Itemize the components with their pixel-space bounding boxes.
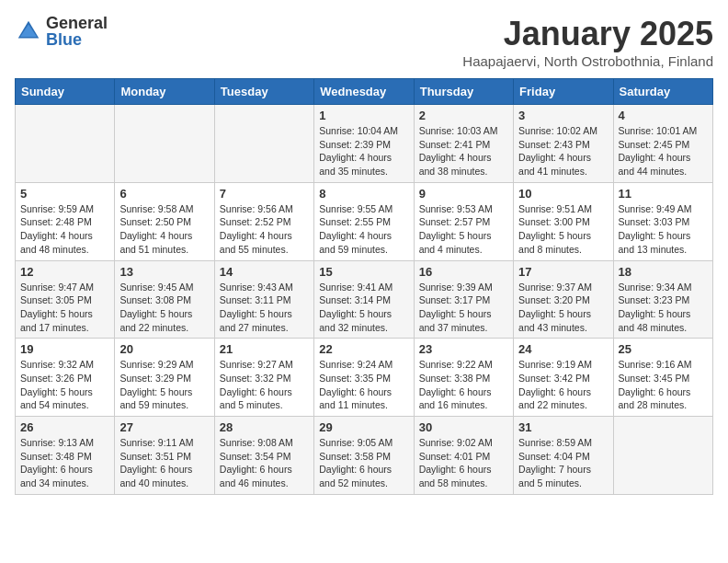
calendar-cell: 24Sunrise: 9:19 AM Sunset: 3:42 PM Dayli… (514, 339, 613, 417)
calendar-cell: 10Sunrise: 9:51 AM Sunset: 3:00 PM Dayli… (514, 182, 613, 260)
calendar-cell: 25Sunrise: 9:16 AM Sunset: 3:45 PM Dayli… (613, 339, 712, 417)
day-info: Sunrise: 10:01 AM Sunset: 2:45 PM Daylig… (619, 124, 708, 178)
day-number: 2 (419, 109, 508, 122)
day-number: 18 (619, 265, 708, 279)
calendar-cell: 21Sunrise: 9:27 AM Sunset: 3:32 PM Dayli… (214, 339, 313, 417)
calendar-cell: 22Sunrise: 9:24 AM Sunset: 3:35 PM Dayli… (314, 339, 414, 417)
calendar-table: SundayMondayTuesdayWednesdayThursdayFrid… (15, 78, 713, 495)
calendar-cell: 30Sunrise: 9:02 AM Sunset: 4:01 PM Dayli… (414, 417, 513, 495)
calendar-cell: 16Sunrise: 9:39 AM Sunset: 3:17 PM Dayli… (414, 260, 513, 339)
column-header-tuesday: Tuesday (214, 79, 313, 105)
day-number: 5 (20, 187, 109, 201)
day-info: Sunrise: 10:02 AM Sunset: 2:43 PM Daylig… (518, 124, 608, 178)
column-header-wednesday: Wednesday (314, 79, 414, 105)
day-info: Sunrise: 9:39 AM Sunset: 3:17 PM Dayligh… (419, 281, 508, 335)
day-info: Sunrise: 9:45 AM Sunset: 3:08 PM Dayligh… (119, 281, 209, 335)
column-header-saturday: Saturday (613, 79, 712, 105)
calendar-week-row: 19Sunrise: 9:32 AM Sunset: 3:26 PM Dayli… (16, 339, 713, 417)
day-number: 24 (518, 342, 608, 356)
logo: General Blue (15, 15, 108, 48)
day-info: Sunrise: 9:19 AM Sunset: 3:42 PM Dayligh… (518, 358, 608, 412)
calendar-cell: 1Sunrise: 10:04 AM Sunset: 2:39 PM Dayli… (314, 105, 414, 183)
calendar-cell: 12Sunrise: 9:47 AM Sunset: 3:05 PM Dayli… (16, 260, 115, 339)
calendar-cell (16, 105, 115, 183)
day-info: Sunrise: 9:16 AM Sunset: 3:45 PM Dayligh… (619, 358, 708, 412)
day-info: Sunrise: 10:03 AM Sunset: 2:41 PM Daylig… (419, 124, 508, 178)
column-header-thursday: Thursday (414, 79, 513, 105)
day-info: Sunrise: 9:55 AM Sunset: 2:55 PM Dayligh… (319, 202, 408, 257)
day-info: Sunrise: 9:59 AM Sunset: 2:48 PM Dayligh… (20, 202, 109, 257)
day-info: Sunrise: 9:56 AM Sunset: 2:52 PM Dayligh… (220, 202, 309, 257)
calendar-cell: 27Sunrise: 9:11 AM Sunset: 3:51 PM Dayli… (115, 417, 214, 495)
calendar-subtitle: Haapajaervi, North Ostrobothnia, Finland (462, 53, 713, 69)
day-info: Sunrise: 9:22 AM Sunset: 3:38 PM Dayligh… (419, 358, 508, 412)
day-number: 22 (319, 342, 408, 356)
day-info: Sunrise: 9:11 AM Sunset: 3:51 PM Dayligh… (119, 436, 209, 490)
day-number: 4 (619, 109, 708, 122)
day-info: Sunrise: 9:05 AM Sunset: 3:58 PM Dayligh… (319, 436, 408, 490)
day-number: 27 (119, 420, 209, 434)
day-number: 12 (20, 265, 109, 279)
day-info: Sunrise: 9:49 AM Sunset: 3:03 PM Dayligh… (619, 202, 708, 257)
day-number: 11 (619, 187, 708, 201)
calendar-cell: 11Sunrise: 9:49 AM Sunset: 3:03 PM Dayli… (613, 182, 712, 260)
day-number: 20 (119, 342, 209, 356)
day-number: 29 (319, 420, 408, 434)
day-info: Sunrise: 9:47 AM Sunset: 3:05 PM Dayligh… (20, 281, 109, 335)
day-info: Sunrise: 9:27 AM Sunset: 3:32 PM Dayligh… (220, 358, 309, 412)
column-header-sunday: Sunday (16, 79, 115, 105)
calendar-cell: 5Sunrise: 9:59 AM Sunset: 2:48 PM Daylig… (16, 182, 115, 260)
calendar-cell: 19Sunrise: 9:32 AM Sunset: 3:26 PM Dayli… (16, 339, 115, 417)
day-number: 28 (220, 420, 309, 434)
day-info: Sunrise: 9:41 AM Sunset: 3:14 PM Dayligh… (319, 281, 408, 335)
day-info: Sunrise: 9:58 AM Sunset: 2:50 PM Dayligh… (119, 202, 209, 257)
calendar-cell: 28Sunrise: 9:08 AM Sunset: 3:54 PM Dayli… (214, 417, 313, 495)
day-info: Sunrise: 8:59 AM Sunset: 4:04 PM Dayligh… (518, 436, 608, 490)
day-number: 30 (419, 420, 508, 434)
logo-general: General (46, 15, 108, 31)
calendar-cell: 7Sunrise: 9:56 AM Sunset: 2:52 PM Daylig… (214, 182, 313, 260)
calendar-title: January 2025 (462, 15, 713, 53)
day-number: 8 (319, 187, 408, 201)
calendar-cell: 13Sunrise: 9:45 AM Sunset: 3:08 PM Dayli… (115, 260, 214, 339)
title-area: January 2025 Haapajaervi, North Ostrobot… (462, 15, 713, 69)
logo-text: General Blue (46, 15, 108, 48)
day-number: 25 (619, 342, 708, 356)
calendar-cell: 3Sunrise: 10:02 AM Sunset: 2:43 PM Dayli… (514, 105, 613, 183)
calendar-cell (115, 105, 214, 183)
calendar-cell: 14Sunrise: 9:43 AM Sunset: 3:11 PM Dayli… (214, 260, 313, 339)
day-number: 3 (518, 109, 608, 122)
calendar-cell: 31Sunrise: 8:59 AM Sunset: 4:04 PM Dayli… (514, 417, 613, 495)
day-number: 6 (119, 187, 209, 201)
calendar-cell (214, 105, 313, 183)
calendar-week-row: 12Sunrise: 9:47 AM Sunset: 3:05 PM Dayli… (16, 260, 713, 339)
day-info: Sunrise: 9:43 AM Sunset: 3:11 PM Dayligh… (220, 281, 309, 335)
day-info: Sunrise: 9:13 AM Sunset: 3:48 PM Dayligh… (20, 436, 109, 490)
calendar-cell (613, 417, 712, 495)
calendar-cell: 18Sunrise: 9:34 AM Sunset: 3:23 PM Dayli… (613, 260, 712, 339)
calendar-cell: 20Sunrise: 9:29 AM Sunset: 3:29 PM Dayli… (115, 339, 214, 417)
calendar-week-row: 1Sunrise: 10:04 AM Sunset: 2:39 PM Dayli… (16, 105, 713, 183)
day-number: 1 (319, 109, 408, 122)
day-info: Sunrise: 9:53 AM Sunset: 2:57 PM Dayligh… (419, 202, 508, 257)
logo-icon (15, 17, 42, 45)
day-info: Sunrise: 9:51 AM Sunset: 3:00 PM Dayligh… (518, 202, 608, 257)
calendar-cell: 23Sunrise: 9:22 AM Sunset: 3:38 PM Dayli… (414, 339, 513, 417)
calendar-cell: 9Sunrise: 9:53 AM Sunset: 2:57 PM Daylig… (414, 182, 513, 260)
calendar-cell: 29Sunrise: 9:05 AM Sunset: 3:58 PM Dayli… (314, 417, 414, 495)
header: General Blue January 2025 Haapajaervi, N… (15, 15, 713, 69)
day-number: 15 (319, 265, 408, 279)
day-number: 9 (419, 187, 508, 201)
calendar-cell: 26Sunrise: 9:13 AM Sunset: 3:48 PM Dayli… (16, 417, 115, 495)
day-info: Sunrise: 9:08 AM Sunset: 3:54 PM Dayligh… (220, 436, 309, 490)
day-number: 26 (20, 420, 109, 434)
day-info: Sunrise: 10:04 AM Sunset: 2:39 PM Daylig… (319, 124, 408, 178)
calendar-cell: 8Sunrise: 9:55 AM Sunset: 2:55 PM Daylig… (314, 182, 414, 260)
day-number: 17 (518, 265, 608, 279)
day-info: Sunrise: 9:32 AM Sunset: 3:26 PM Dayligh… (20, 358, 109, 412)
day-number: 19 (20, 342, 109, 356)
calendar-week-row: 5Sunrise: 9:59 AM Sunset: 2:48 PM Daylig… (16, 182, 713, 260)
calendar-cell: 17Sunrise: 9:37 AM Sunset: 3:20 PM Dayli… (514, 260, 613, 339)
day-info: Sunrise: 9:29 AM Sunset: 3:29 PM Dayligh… (119, 358, 209, 412)
logo-blue: Blue (46, 31, 108, 48)
